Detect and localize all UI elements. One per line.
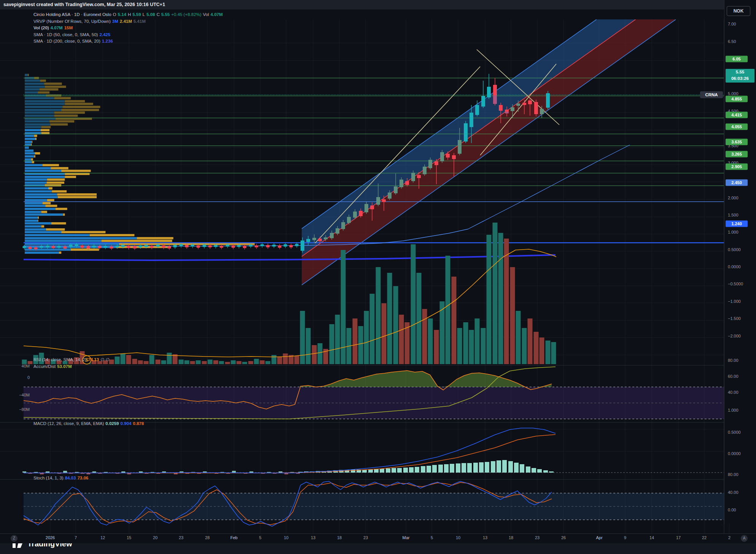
chart-area[interactable]: S Circio Holding ASA · 1D · Euronext Osl… xyxy=(0,10,756,533)
volume-bar xyxy=(144,361,149,364)
vrvp-up-bar xyxy=(25,199,47,201)
legend-row[interactable]: SMA · 1D (200, close, 0, SMA, 20)1.236 xyxy=(33,38,224,45)
vrvp-down-bar xyxy=(43,202,51,204)
candle-body xyxy=(528,100,532,104)
time-axis[interactable]: Z 202671215202328Feb510131823Mar51013182… xyxy=(0,533,756,543)
vrvp-up-bar xyxy=(25,228,46,231)
vrvp-down-bar xyxy=(48,187,53,189)
legend-item: 53.07M xyxy=(57,364,72,369)
vrvp-down-bar xyxy=(54,115,78,117)
macd-hist-bar xyxy=(386,468,390,473)
macd-hist-bar xyxy=(432,465,437,473)
legend-row[interactable]: VRVP (Number Of Rows, 70, Up/Down)3M2.41… xyxy=(33,18,224,25)
vrvp-down-bar xyxy=(54,111,85,114)
vrvp-down-bar xyxy=(32,141,33,143)
vrvp-up-bar xyxy=(25,100,65,102)
price-tick-label: −0.5000 xyxy=(728,282,743,286)
vrvp-down-bar xyxy=(45,205,57,207)
volume-bar xyxy=(522,328,527,364)
volume-bar xyxy=(481,328,486,364)
rsi-legend[interactable]: RSI (14, close, SMA, 14, 2)74.13∅∅Accum/… xyxy=(33,357,111,370)
chart-canvas[interactable]: S xyxy=(0,10,756,543)
macd-hist-bar xyxy=(485,462,489,473)
vrvp-up-bar xyxy=(25,155,34,158)
candle-body xyxy=(226,245,229,247)
candle-body xyxy=(428,160,432,168)
legend-row[interactable]: Stoch (14, 1, 3)84.0373.06 xyxy=(33,475,90,482)
volume-bar xyxy=(196,360,201,364)
volume-bar xyxy=(551,342,556,364)
stoch-legend[interactable]: Stoch (14, 1, 3)84.0373.06 xyxy=(33,475,90,482)
vrvp-up-bar xyxy=(25,115,54,117)
vrvp-down-bar xyxy=(41,129,49,131)
vrvp-down-bar xyxy=(31,158,33,161)
candle-body xyxy=(81,245,84,248)
timezone-button[interactable]: Z xyxy=(11,535,18,542)
vrvp-up-bar xyxy=(25,120,49,123)
vrvp-down-bar xyxy=(61,109,99,111)
legend-item: 0.0259 xyxy=(105,421,119,426)
price-level-badge: 6.05 xyxy=(726,56,748,62)
price-level-badge: 3.265 xyxy=(726,151,748,158)
vrvp-up-bar xyxy=(25,240,102,242)
adjust-button[interactable]: A xyxy=(741,535,748,542)
vrvp-up-bar xyxy=(25,252,59,254)
attribution-bar: savepiginvest created with TradingView.c… xyxy=(0,0,756,10)
vrvp-up-bar xyxy=(25,208,56,210)
candle-body xyxy=(249,245,253,247)
volume-bar xyxy=(260,360,265,364)
volume-bar xyxy=(179,360,184,364)
vrvp-up-bar xyxy=(25,158,31,161)
legend-row[interactable]: MACD (12, 26, close, 9, EMA, EMA)0.02590… xyxy=(33,420,145,427)
candle-body xyxy=(46,245,49,247)
legend-row[interactable]: SMA · 1D (50, close, 0, SMA, 50)2.425 xyxy=(33,32,224,38)
price-tick-label: 1.000 xyxy=(728,230,738,234)
vrvp-down-bar xyxy=(31,143,32,146)
time-tick-label: 23 xyxy=(363,535,368,540)
vrvp-down-bar xyxy=(40,80,46,82)
candle-body xyxy=(382,199,386,202)
volume-bar xyxy=(190,361,195,364)
vrvp-up-bar xyxy=(25,123,50,126)
time-tick-label: 28 xyxy=(205,535,210,540)
price-axis[interactable]: NOK 7.006.505.0004.5003.5003.0002.0001.5… xyxy=(724,0,756,524)
price-level-badge: 1.240 xyxy=(726,221,748,227)
main-legend[interactable]: Circio Holding ASA · 1D · Euronext OsloO… xyxy=(33,11,224,45)
candle-body xyxy=(168,246,171,248)
macd-legend[interactable]: MACD (12, 26, close, 9, EMA, EMA)0.02590… xyxy=(33,420,145,427)
legend-item: C xyxy=(156,12,159,17)
price-tick-label: 80.00 xyxy=(728,472,738,477)
legend-item: 4.07M xyxy=(210,12,223,17)
legend-row[interactable]: RSI (14, close, SMA, 14, 2)74.13∅∅ xyxy=(33,357,111,363)
macd-hist-bar xyxy=(351,470,355,473)
currency-button[interactable]: NOK xyxy=(727,6,750,16)
macd-hist-bar xyxy=(415,467,419,473)
candle-body xyxy=(57,246,61,248)
legend-row[interactable]: Accum/Dist53.07M xyxy=(33,363,111,370)
candle-body xyxy=(493,96,497,104)
candle-body xyxy=(243,246,247,248)
legend-row[interactable]: Circio Holding ASA · 1D · Euronext OsloO… xyxy=(33,11,224,18)
candle-body xyxy=(290,245,293,247)
price-tick-label: 0.0000 xyxy=(728,264,741,269)
channel-line[interactable] xyxy=(302,19,635,256)
vrvp-up-bar xyxy=(25,106,62,108)
macd-hist-bar xyxy=(456,463,460,473)
candle-body xyxy=(156,245,160,247)
vrvp-up-bar xyxy=(25,193,57,196)
volume-bar xyxy=(422,309,427,364)
macd-hist-bar xyxy=(380,469,384,473)
volume-bar xyxy=(376,267,381,364)
price-tick-label: 2.000 xyxy=(728,196,738,200)
volume-bar xyxy=(428,318,433,364)
candle-body xyxy=(208,245,212,247)
channel-line[interactable] xyxy=(302,19,597,229)
legend-row[interactable]: Vol (20)4.07M15M xyxy=(33,25,224,32)
ticker-tag[interactable]: CRNA xyxy=(700,91,723,98)
volume-bar xyxy=(510,267,515,364)
candle-body xyxy=(487,87,491,97)
time-tick-label: 10 xyxy=(456,535,460,540)
candle-body xyxy=(399,180,403,187)
volume-bar xyxy=(185,360,189,364)
vrvp-up-bar xyxy=(25,176,65,178)
